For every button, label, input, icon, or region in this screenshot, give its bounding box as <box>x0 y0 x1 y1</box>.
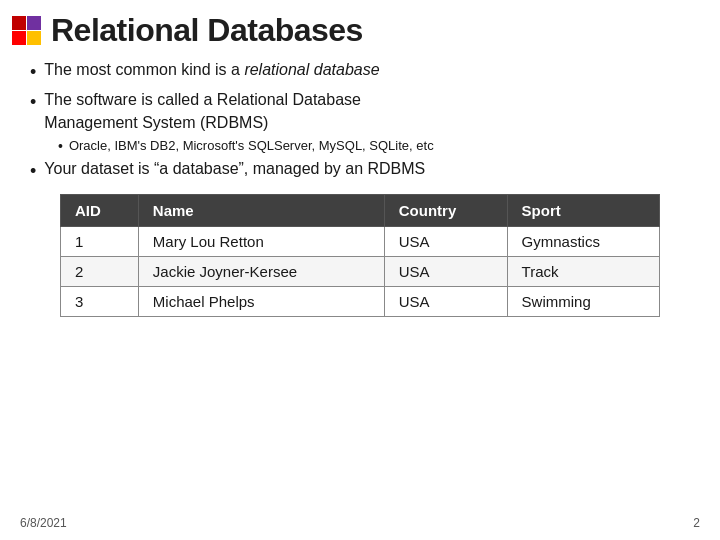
bullet-dot-2: • <box>30 90 36 115</box>
bullet-dot-3: • <box>30 159 36 184</box>
cell-sport: Gymnastics <box>507 227 659 257</box>
cell-aid: 2 <box>61 257 139 287</box>
table-wrapper: AID Name Country Sport 1Mary Lou RettonU… <box>60 194 660 317</box>
table-row: 2Jackie Joyner-KerseeUSATrack <box>61 257 660 287</box>
sub-bullet-dot: • <box>58 138 63 154</box>
table-body: 1Mary Lou RettonUSAGymnastics2Jackie Joy… <box>61 227 660 317</box>
cell-aid: 3 <box>61 287 139 317</box>
cell-name: Michael Phelps <box>138 287 384 317</box>
col-header-sport: Sport <box>507 195 659 227</box>
header-row: AID Name Country Sport <box>61 195 660 227</box>
cell-name: Mary Lou Retton <box>138 227 384 257</box>
sub-bullet-text: Oracle, IBM's DB2, Microsoft's SQLServer… <box>69 138 434 153</box>
cell-sport: Swimming <box>507 287 659 317</box>
slide: Relational Databases • The most common k… <box>0 0 720 540</box>
bullet-text-1: The most common kind is a relational dat… <box>44 59 379 81</box>
bullet-item-1: • The most common kind is a relational d… <box>30 59 690 85</box>
cell-country: USA <box>384 287 507 317</box>
slide-title: Relational Databases <box>51 12 363 49</box>
sub-bullet-item: • Oracle, IBM's DB2, Microsoft's SQLServ… <box>58 138 690 154</box>
block-bottom-right <box>27 31 41 45</box>
bullet-text-3: Your dataset is “a database”, managed by… <box>44 158 425 180</box>
bullet-item-2: • The software is called a Relational Da… <box>30 89 690 134</box>
bullet-item-3: • Your dataset is “a database”, managed … <box>30 158 690 184</box>
logo-blocks <box>12 16 41 45</box>
col-header-aid: AID <box>61 195 139 227</box>
block-top-left <box>12 16 26 30</box>
data-table: AID Name Country Sport 1Mary Lou RettonU… <box>60 194 660 317</box>
footer: 6/8/2021 2 <box>20 516 700 530</box>
table-row: 3Michael PhelpsUSASwimming <box>61 287 660 317</box>
col-header-name: Name <box>138 195 384 227</box>
block-bottom-left <box>12 31 26 45</box>
bullet-dot-1: • <box>30 60 36 85</box>
table-row: 1Mary Lou RettonUSAGymnastics <box>61 227 660 257</box>
cell-country: USA <box>384 257 507 287</box>
footer-date: 6/8/2021 <box>20 516 67 530</box>
cell-name: Jackie Joyner-Kersee <box>138 257 384 287</box>
content-area: • The most common kind is a relational d… <box>0 57 720 317</box>
col-header-country: Country <box>384 195 507 227</box>
table-head: AID Name Country Sport <box>61 195 660 227</box>
cell-country: USA <box>384 227 507 257</box>
block-top-right <box>27 16 41 30</box>
footer-page: 2 <box>693 516 700 530</box>
bullet-text-2: The software is called a Relational Data… <box>44 89 361 134</box>
cell-aid: 1 <box>61 227 139 257</box>
header: Relational Databases <box>0 0 720 57</box>
cell-sport: Track <box>507 257 659 287</box>
bullet-section: • The most common kind is a relational d… <box>30 59 690 184</box>
italic-text: relational database <box>244 61 379 78</box>
